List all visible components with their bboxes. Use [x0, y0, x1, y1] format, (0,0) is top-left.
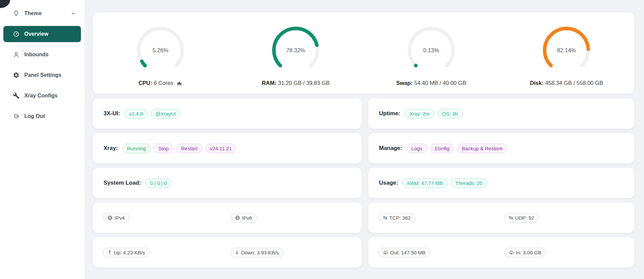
sidebar-item-log-out[interactable]: Log Out	[3, 108, 81, 124]
globe-icon	[108, 215, 113, 220]
dashboard-icon	[13, 31, 20, 37]
chevron-down-icon	[71, 11, 76, 16]
swap-gauge-ring: 0.13%	[406, 25, 457, 76]
uptime-xray-tag: Xray: 2m	[405, 109, 434, 119]
sidebar-item-label: Panel Settings	[24, 72, 61, 78]
system-load-tag: 0 | 0 | 0	[145, 178, 172, 188]
cpu-caption: CPU: 6 Cores	[139, 80, 182, 86]
udp-tag: ⇆ UDP: 92	[504, 213, 539, 223]
sidebar-item-label: Log Out	[24, 113, 45, 119]
traffic-in-tag: In: 3.00 GB	[504, 248, 546, 257]
swap-icon: ⇆	[509, 215, 513, 220]
usage-ram-tag: RAM: 47.77 MB	[403, 178, 448, 188]
xray-status-tag: Running	[122, 144, 151, 153]
uptime-os-tag: OS: 3h	[437, 109, 463, 119]
manage-label: Manage:	[379, 145, 402, 152]
cloud-upload-icon	[383, 250, 388, 255]
speed-card: ↑ Up: 4.23 KB/s ↓ Down: 3.93 KB/s	[93, 237, 362, 268]
ram-gauge-ring: 78.32%	[270, 25, 321, 76]
swap-percent: 0.13%	[406, 25, 457, 76]
cpu-percent: 5.26%	[135, 25, 186, 76]
arrow-down-icon: ↓	[235, 250, 239, 255]
info-grid: 3X-UI: v2.4.8 @XrayUI Uptime: Xray: 2m O…	[93, 98, 634, 268]
manage-card: Manage: Logs Config Backup & Restore	[368, 133, 634, 163]
xui-label: 3X-UI:	[104, 110, 120, 117]
uptime-label: Uptime:	[379, 110, 400, 117]
system-load-card: System Load: 0 | 0 | 0	[93, 168, 362, 198]
disk-gauge: 82.14% Disk: 458.34 GB / 558.00 GB	[499, 25, 635, 94]
sidebar: Theme Overview Inbounds	[0, 0, 84, 279]
xray-card: Xray: Running Stop Restart v24.11.21	[93, 133, 362, 163]
logout-icon	[13, 113, 20, 120]
traffic-card: Out: 147.50 MB In: 3.00 GB	[368, 237, 634, 268]
xui-card: 3X-UI: v2.4.8 @XrayUI	[93, 98, 362, 129]
disk-gauge-ring: 82.14%	[541, 25, 592, 76]
usage-threads-tag: Threads: 20	[451, 178, 487, 188]
uptime-card: Uptime: Xray: 2m OS: 3h	[368, 98, 634, 129]
xui-version-tag[interactable]: v2.4.8	[124, 109, 148, 119]
xui-telegram-tag[interactable]: @XrayUI	[151, 109, 181, 119]
ram-caption: RAM: 31.20 GB / 39.83 GB	[262, 80, 330, 86]
sidebar-item-label: Xray Configs	[24, 93, 58, 99]
config-button[interactable]: Config	[430, 144, 454, 153]
swap-icon: ⇆	[383, 215, 387, 220]
traffic-out-tag: Out: 147.50 MB	[378, 248, 430, 257]
area-chart-icon[interactable]	[176, 80, 182, 86]
sidebar-item-label: Inbounds	[24, 52, 49, 58]
xray-restart-button[interactable]: Restart	[176, 144, 202, 153]
upload-speed-tag: ↑ Up: 4.23 KB/s	[103, 248, 150, 257]
sidebar-item-panel-settings[interactable]: Panel Settings	[3, 67, 81, 83]
swap-gauge: 0.13% Swap: 54.40 MB / 40.00 GB	[363, 25, 499, 94]
system-load-label: System Load:	[104, 180, 141, 186]
ram-gauge: 78.32% RAM: 31.20 GB / 39.83 GB	[228, 25, 364, 94]
download-speed-tag: ↓ Down: 3.93 KB/s	[230, 248, 284, 257]
cpu-gauge: 5.26% CPU: 6 Cores	[93, 25, 228, 94]
gear-icon	[13, 72, 20, 79]
xray-version-tag[interactable]: v24.11.21	[205, 144, 237, 153]
main-content: 5.26% CPU: 6 Cores 78.32% RAM:	[84, 0, 644, 279]
arrow-up-icon: ↑	[108, 250, 112, 255]
disk-percent: 82.14%	[541, 25, 592, 76]
ram-percent: 78.32%	[270, 25, 321, 76]
cpu-gauge-ring: 5.26%	[135, 25, 186, 76]
ipv6-tag: IPv6	[230, 213, 257, 223]
sidebar-item-inbounds[interactable]: Inbounds	[3, 46, 81, 63]
sidebar-item-theme[interactable]: Theme	[3, 5, 81, 22]
ip-card: IPv4 IPv6	[93, 203, 362, 233]
swap-caption: Swap: 54.40 MB / 40.00 GB	[396, 80, 466, 86]
xray-stop-button[interactable]: Stop	[153, 144, 173, 153]
sidebar-item-xray-configs[interactable]: Xray Configs	[3, 88, 81, 104]
sidebar-item-label: Overview	[24, 31, 48, 37]
cloud-download-icon	[509, 250, 514, 255]
backup-restore-button[interactable]: Backup & Restore	[457, 144, 507, 153]
wrench-icon	[13, 92, 20, 99]
user-icon	[13, 51, 20, 58]
usage-label: Usage:	[379, 180, 398, 186]
connections-card: ⇆ TCP: 362 ⇆ UDP: 92	[368, 203, 634, 233]
system-gauges-card: 5.26% CPU: 6 Cores 78.32% RAM:	[93, 12, 634, 94]
logs-button[interactable]: Logs	[407, 144, 427, 153]
xray-label: Xray:	[104, 145, 118, 152]
bulb-icon	[13, 10, 20, 17]
usage-card: Usage: RAM: 47.77 MB Threads: 20	[368, 168, 634, 198]
sidebar-item-label: Theme	[24, 10, 42, 17]
ipv4-tag: IPv4	[103, 213, 129, 223]
tcp-tag: ⇆ TCP: 362	[378, 213, 415, 223]
disk-caption: Disk: 458.34 GB / 558.00 GB	[530, 80, 603, 86]
sidebar-item-overview[interactable]: Overview	[3, 26, 81, 42]
globe-icon	[235, 215, 240, 220]
